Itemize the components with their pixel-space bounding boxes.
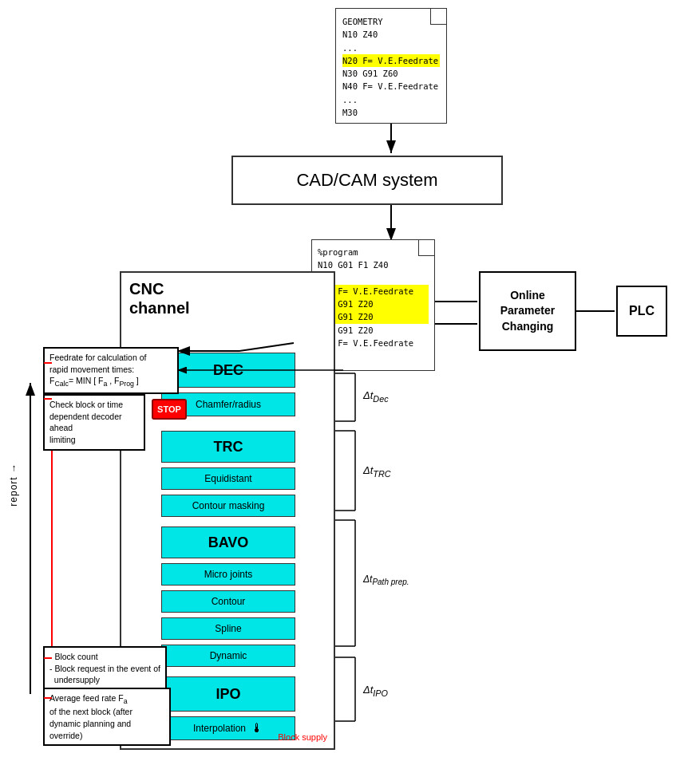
pdoc-line-2: N10 G01 F1 Z40 <box>318 258 429 271</box>
interpolation-box: Interpolation 🌡 <box>161 716 295 740</box>
dec-box: DEC <box>161 353 295 388</box>
check-block-text: Check block or timedependent decoder ahe… <box>49 399 139 446</box>
block-count-annotation: - Block count- Block request in the even… <box>43 646 167 691</box>
cnc-label: CNCchannel <box>129 280 190 317</box>
delta-trc-text: ΔtTRC <box>363 464 391 476</box>
block-count-text: - Block count- Block request in the even… <box>49 651 160 686</box>
contour-masking-label: Contour masking <box>192 500 265 511</box>
equidistant-label: Equidistant <box>204 473 251 484</box>
delta-path-text: ΔtPath prep. <box>363 574 409 585</box>
doc-line-2: N10 Z40 <box>342 28 440 41</box>
delta-dec: ΔtDec <box>363 389 389 404</box>
delta-path: ΔtPath prep. <box>363 573 409 586</box>
equidistant-box: Equidistant <box>161 467 295 490</box>
doc-line-3: ... <box>342 41 440 54</box>
cadcam-label: CAD/CAM system <box>296 170 437 191</box>
delta-trc: ΔtTRC <box>363 464 391 479</box>
chamfer-label: Chamfer/radius <box>196 399 261 410</box>
doc-line-7: M30 <box>342 106 440 119</box>
doc-line-highlighted: N20 F= V.E.Feedrate <box>342 54 440 67</box>
micro-joints-label: Micro joints <box>204 569 253 580</box>
pdoc-line-1: %program <box>318 246 429 258</box>
spline-box: Spline <box>161 617 295 640</box>
check-block-annotation: Check block or timedependent decoder ahe… <box>43 394 145 451</box>
dynamic-label: Dynamic <box>210 650 247 661</box>
trc-label: TRC <box>214 439 243 455</box>
doc-line-6: ... <box>342 93 440 106</box>
trc-box: TRC <box>161 431 295 463</box>
online-param-box: OnlineParameterChanging <box>479 271 576 351</box>
spline-label: Spline <box>215 623 241 634</box>
avg-feed-annotation: Average feed rate Faof the next block (a… <box>43 688 171 746</box>
avg-feed-text: Average feed rate Faof the next block (a… <box>49 692 164 741</box>
bavo-box: BAVO <box>161 526 295 558</box>
micro-joints-box: Micro joints <box>161 563 295 586</box>
contour-masking-box: Contour masking <box>161 495 295 517</box>
cadcam-box: CAD/CAM system <box>231 156 503 205</box>
top-document: GEOMETRY N10 Z40 ... N20 F= V.E.Feedrate… <box>335 8 447 124</box>
dec-label: DEC <box>213 362 243 379</box>
plc-box: PLC <box>616 286 667 337</box>
delta-dec-text: ΔtDec <box>363 389 389 401</box>
online-param-label: OnlineParameterChanging <box>500 288 556 335</box>
doc-line-5: N40 F= V.E.Feedrate <box>342 80 440 93</box>
report-label: report → <box>8 463 19 507</box>
feedrate-annotation: Feedrate for calculation ofrapid movemen… <box>43 347 179 394</box>
thermometer-icon: 🌡 <box>251 721 263 735</box>
doc-line-4: N30 G91 Z60 <box>342 67 440 80</box>
plc-label: PLC <box>629 304 655 318</box>
dynamic-box: Dynamic <box>161 645 295 667</box>
contour-label: Contour <box>212 596 246 607</box>
delta-ipo: ΔtIPO <box>363 684 388 698</box>
contour-box: Contour <box>161 590 295 613</box>
ipo-box: IPO <box>161 676 295 712</box>
delta-ipo-text: ΔtIPO <box>363 684 388 696</box>
bavo-label: BAVO <box>208 534 249 551</box>
ipo-label: IPO <box>216 686 240 703</box>
stop-sign: STOP <box>152 399 187 420</box>
stop-label: STOP <box>157 404 181 414</box>
feedrate-text: Feedrate for calculation ofrapid movemen… <box>49 352 172 389</box>
interpolation-label: Interpolation <box>193 723 246 734</box>
diagram: GEOMETRY N10 Z40 ... N20 F= V.E.Feedrate… <box>0 0 700 765</box>
doc-line-1: GEOMETRY <box>342 15 440 28</box>
block-supply-label: Block supply <box>278 732 327 742</box>
